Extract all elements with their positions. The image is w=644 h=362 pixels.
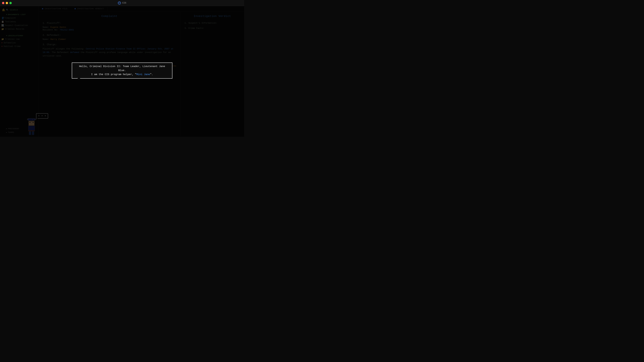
dialog-line2-end: ". <box>150 73 153 76</box>
dialog-mini-jane: Mini Jane <box>136 73 150 76</box>
title-bar: ⟳ CIS <box>0 0 244 6</box>
app-title-bar: ⟳ CIS <box>118 1 126 4</box>
app-icon: ⟳ <box>118 1 121 4</box>
app-title-text: CIS <box>122 2 126 4</box>
minimize-button[interactable] <box>6 2 8 4</box>
dialog-line1: Hello, Criminal Division II: Team Leader… <box>79 65 165 72</box>
maximize-button[interactable] <box>10 2 12 4</box>
dialog-overlay[interactable]: Hello, Criminal Division II: Team Leader… <box>0 6 244 137</box>
dialog-line2-start: I am the CIS program helper, " <box>91 73 136 76</box>
dialog-box: Hello, Criminal Division II: Team Leader… <box>72 62 172 80</box>
dialog-text: Hello, Criminal Division II: Team Leader… <box>72 62 172 79</box>
window-controls <box>2 2 12 4</box>
close-button[interactable] <box>2 2 4 4</box>
